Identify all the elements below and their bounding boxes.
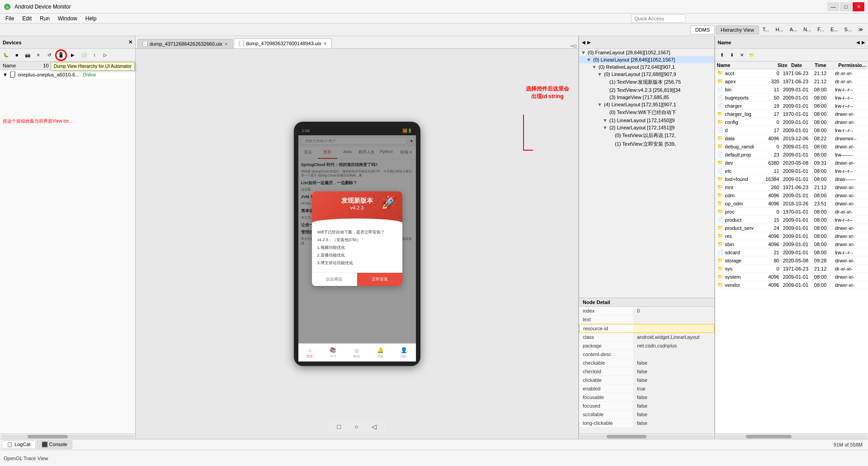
fs-row[interactable]: 📁 system 4096 2009-01-01 08:00 drwxr-xr- [715, 273, 868, 281]
fs-row[interactable]: 📁 data 4096 2019-12-06 08:22 drwxrwx-- [715, 134, 868, 143]
nav-home[interactable]: ⌂ 首页 [307, 347, 313, 359]
dump-hierarchy-button[interactable]: 📱 [55, 49, 67, 61]
menu-run[interactable]: Run [36, 14, 53, 23]
menu-edit[interactable]: Edit [19, 14, 35, 23]
nav-triangle[interactable]: ◁ [372, 423, 377, 430]
nav-circle[interactable]: ○ [354, 423, 358, 430]
fs-row[interactable]: 📁 proc 0 1970-01-01 08:00 dr-xr-xr- [715, 208, 868, 216]
fs-row[interactable]: 📁 acct 0 1971-06-23 21:12 dr-xr-xr- [715, 69, 868, 77]
quick-access-input[interactable] [631, 14, 685, 23]
ddms-tab-a[interactable]: A... [787, 25, 800, 34]
tree-item-7[interactable]: ▼ (4) LinearLayout [172,951][907,1 [579, 101, 714, 108]
tree-item-9[interactable]: ▼ (1) LinearLayout [172,1450][9 [579, 117, 714, 124]
debug-button[interactable]: 🐛 [1, 50, 11, 60]
ddms-tab-s[interactable]: S... [841, 25, 854, 34]
fs-row[interactable]: 📁 dev 6380 2020-05-08 09:31 drwxr-xr- [715, 159, 868, 167]
tab1-close[interactable]: ✕ [224, 42, 228, 47]
fs-row[interactable]: 📄 bugreports 50 2009-01-01 08:00 lrw-r--… [715, 94, 868, 102]
expand-button[interactable]: ⬜ [79, 50, 89, 60]
tree-item-0[interactable]: ▼ (0) FrameLayout [28,646][1052,1567] [579, 49, 714, 56]
dialog-install-button[interactable]: 立即安装 [357, 273, 402, 286]
device-row[interactable]: ▼ oneplus-oneplus_a6010-6... Online [0, 70, 135, 79]
ddms-tab-e[interactable]: E... [828, 25, 841, 34]
tree-item-12[interactable]: (1) TextView:立即安装 [539, [579, 140, 714, 148]
fs-pull[interactable]: ⬇ [727, 50, 737, 60]
ddms-extras[interactable]: ≫ [855, 25, 866, 34]
fs-row[interactable]: 📁 debug_ramdi 0 2009-01-01 08:00 drwxr-x… [715, 143, 868, 151]
tree-item-3[interactable]: ▼ (0) LinearLayout [172,688][907,9 [579, 71, 714, 78]
tree-item-6[interactable]: (3) ImageView [717,685,85 [579, 94, 714, 101]
close-button[interactable]: ✕ [853, 2, 864, 11]
fs-row[interactable]: 📁 sys 0 1971-06-23 21:12 dr-xr-xr- [715, 265, 868, 273]
menu-help[interactable]: Help [82, 14, 100, 23]
fs-row[interactable]: 📄 bin 11 2009-01-01 08:00 lrw-r--r-- [715, 86, 868, 94]
tree-item-11[interactable]: (0) TextView:以后再说 [172, [579, 131, 714, 140]
ddms-tab-ddms[interactable]: DDMS [690, 25, 715, 34]
reset-button[interactable]: ↺ [44, 50, 54, 60]
tree-item-10[interactable]: ▼ (2) LinearLayout [172,1451][9 [579, 124, 714, 131]
tree-item-1[interactable]: ▼ (0) LinearLayout [28,646][1052,1567] [579, 56, 714, 63]
fs-row[interactable]: 📄 etc 11 2009-01-01 08:00 lrw-r--r-- [715, 167, 868, 175]
tree-back[interactable]: ◀ [582, 40, 585, 45]
fs-row[interactable]: 📁 mnt 260 1971-06-23 21:12 drwxr-xr- [715, 183, 868, 191]
logcat-button[interactable]: ≡ [33, 50, 43, 60]
fs-row[interactable]: 📁 apex 320 1971-06-23 21:12 dr-xr-xr- [715, 77, 868, 86]
fs-push[interactable]: ⬆ [717, 50, 727, 60]
nav-square[interactable]: □ [337, 423, 341, 430]
fs-row[interactable]: 📄 charger 19 2009-01-01 08:00 lrw-r--r-- [715, 102, 868, 110]
fs-row[interactable]: 📁 lost+found 16384 2009-01-01 08:00 drwx… [715, 175, 868, 183]
fs-row[interactable]: 📁 res 4096 2009-01-01 08:00 drwxr-xr- [715, 232, 868, 240]
fs-forward[interactable]: ▶ [862, 40, 865, 45]
fs-file-table[interactable]: Name Size Date Time Permissio... 📁 acct … [715, 62, 868, 433]
tab-dump2[interactable]: dump_470983632760014894​3.uix ✕ [234, 38, 332, 48]
tab-dump1[interactable]: dump_437126864262632660.uix ✕ [137, 39, 233, 48]
arrow-right[interactable]: ▷ [100, 50, 110, 60]
nav-mine[interactable]: 👤 我的 [401, 347, 407, 359]
fs-row[interactable]: 📁 config 0 2009-01-01 08:00 drwxr-xr- [715, 118, 868, 126]
fs-row[interactable]: 📄 d 17 2009-01-01 08:00 lrw-r--r-- [715, 126, 868, 134]
left-panel-hscroll[interactable] [0, 433, 135, 439]
fs-row[interactable]: 📄 default.prop 23 2009-01-01 08:00 lrw--… [715, 151, 868, 159]
bottom-tab-console[interactable]: ⬛ Console [37, 440, 72, 449]
fs-row[interactable]: 📁 op_odm 4096 2018-10-26 23:51 drwxr-xr- [715, 200, 868, 208]
more-button[interactable]: ▶ [68, 50, 78, 60]
fs-row[interactable]: 📁 sbin 4096 2009-01-01 08:00 drwxr-xr- [715, 240, 868, 248]
minimize-button[interactable]: — [827, 2, 839, 11]
menu-file[interactable]: File [2, 14, 18, 23]
tree-item-4[interactable]: (1) TextView:发现新版本 [256,75 [579, 78, 714, 86]
sync-button[interactable]: ↕ [90, 50, 99, 60]
stop-button[interactable]: ■ [12, 50, 22, 60]
nav-learn[interactable]: 📚 学习 [330, 347, 336, 359]
tree-hscroll[interactable] [579, 433, 714, 439]
dialog-later-button[interactable]: 以后再说 [312, 273, 358, 286]
fs-row[interactable]: 📁 odm 4096 2009-01-01 08:00 drwxr-xr- [715, 191, 868, 200]
ddms-tab-h[interactable]: H... [773, 25, 786, 34]
devices-close-icon[interactable]: ✕ [128, 39, 132, 45]
fs-row[interactable]: 📄 sdcard 21 2009-01-01 08:00 lrw-r--r-- [715, 248, 868, 257]
fs-hscroll[interactable] [715, 433, 868, 439]
fs-row[interactable]: 📁 charger_log 17 1970-01-01 08:00 drwxr-… [715, 110, 868, 118]
ddms-tab-n[interactable]: N... [801, 25, 814, 34]
fs-row[interactable]: 📁 product_serv 24 2009-01-01 08:00 drwxr… [715, 224, 868, 232]
ddms-tab-f[interactable]: F... [815, 25, 827, 34]
tab-maximize[interactable]: □ [574, 43, 576, 48]
tree-item-2[interactable]: ▼ (0) RelativeLayout [172,646][907,1 [579, 63, 714, 71]
tab2-close[interactable]: ✕ [323, 41, 327, 46]
fs-back[interactable]: ◀ [856, 40, 860, 45]
tree-item-8[interactable]: (0) TextView:Wifi下已经自动下 [579, 108, 714, 117]
nav-message[interactable]: 🔔 消息 [377, 347, 384, 359]
tree-scroll-panel[interactable]: ▼ (0) FrameLayout [28,646][1052,1567] ▼ … [579, 49, 714, 298]
ddms-tab-t[interactable]: T... [760, 25, 772, 34]
maximize-button[interactable]: □ [840, 2, 852, 11]
fs-row[interactable]: 📁 vendor 4096 2009-01-01 08:00 drwxr-xr- [715, 281, 868, 289]
tree-item-5[interactable]: (2) TextView:v4.2.3 [256,819][34 [579, 86, 714, 94]
fs-row[interactable]: 📁 storage 80 2020-05-08 09:28 drwxr-xr- [715, 257, 868, 265]
menu-window[interactable]: Window [54, 14, 81, 23]
bottom-tab-logcat[interactable]: 📋 LogCat [2, 440, 36, 449]
screenshot-button[interactable]: 📷 [23, 50, 33, 60]
tree-forward[interactable]: ▶ [587, 40, 591, 45]
fs-delete[interactable]: ✕ [737, 50, 747, 60]
fs-create-folder[interactable]: 📁 [747, 50, 757, 60]
tab-minimize[interactable]: ─ [571, 43, 574, 48]
ddms-tab-hierarchy[interactable]: Hierarchy View [716, 25, 759, 34]
